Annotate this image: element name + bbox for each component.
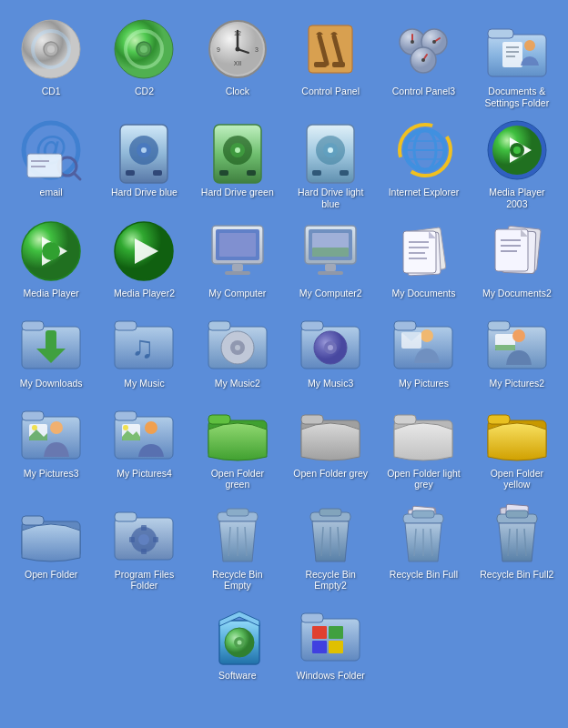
svg-point-12	[235, 47, 239, 52]
recycle-empty2-label: Recycle Bin Empty2	[292, 569, 370, 592]
my-downloads-icon-item[interactable]: My Downloads	[9, 308, 93, 389]
cd1-label: CD1	[42, 86, 61, 97]
my-pictures2-icon-item[interactable]: My Pictures2	[475, 308, 559, 389]
svg-point-29	[411, 40, 414, 44]
my-documents2-icon-item[interactable]: My Documents2	[475, 218, 559, 299]
my-pictures3-label: My Pictures3	[24, 468, 79, 480]
open-folder-green-icon	[205, 399, 270, 464]
recycle-full2-icon	[484, 500, 550, 565]
clock-icon-item[interactable]: XII 12 3 9 Clock	[196, 16, 279, 108]
my-downloads-icon	[18, 308, 84, 374]
recycle-full-icon-item[interactable]: Recycle Bin Full	[381, 500, 465, 592]
documents-folder-label: Documents & Settings Folder	[478, 86, 555, 108]
svg-point-30	[432, 40, 436, 44]
my-pictures2-label: My Pictures2	[489, 378, 544, 389]
svg-rect-149	[394, 415, 416, 424]
hdd-lightblue-icon-item[interactable]: Hard Drive light blue	[289, 117, 372, 209]
svg-rect-140	[115, 411, 137, 420]
media-player2-label: Media Player2	[114, 288, 175, 299]
cd1-icon-item[interactable]: CD1	[9, 16, 93, 108]
windows-folder-label: Windows Folder	[297, 670, 365, 682]
svg-rect-153	[22, 516, 44, 525]
ie-icon-item[interactable]: Internet Explorer	[381, 117, 465, 209]
svg-rect-175	[412, 511, 434, 518]
svg-point-143	[145, 421, 157, 434]
program-files-icon	[111, 500, 177, 565]
hdd-blue-icon	[111, 117, 177, 183]
cd2-label: CD2	[135, 86, 154, 97]
hdd-blue-icon-item[interactable]: Hard Drive blue	[102, 117, 186, 209]
svg-rect-155	[115, 512, 137, 521]
svg-rect-34	[502, 42, 522, 67]
svg-rect-145	[208, 415, 230, 424]
my-music3-icon-item[interactable]: My Music3	[289, 308, 372, 389]
open-folder-grey-icon-item[interactable]: Open Folder grey	[289, 399, 372, 490]
open-folder-green-icon-item[interactable]: Open Folder green	[196, 399, 279, 490]
svg-rect-120	[301, 321, 323, 330]
svg-rect-159	[141, 549, 147, 554]
recycle-full2-icon-item[interactable]: Recycle Bin Full2	[475, 500, 559, 592]
documents-folder-icon-item[interactable]: Documents & Settings Folder	[475, 16, 559, 108]
recycle-empty2-icon-item[interactable]: Recycle Bin Empty2	[289, 500, 372, 592]
hdd-blue-label: Hard Drive blue	[111, 187, 178, 198]
svg-rect-125	[394, 321, 416, 330]
my-documents-icon-item[interactable]: My Documents	[381, 218, 465, 299]
svg-rect-62	[312, 170, 321, 176]
my-computer-icon	[205, 218, 270, 284]
svg-point-77	[42, 242, 60, 260]
software-label: Software	[218, 670, 256, 682]
my-pictures4-icon	[111, 399, 177, 464]
open-folder-icon-item[interactable]: Open Folder	[9, 500, 93, 592]
open-folder-icon	[18, 500, 84, 565]
windows-folder-icon-item[interactable]: Windows Folder	[289, 601, 372, 682]
open-folder-yellow-label: Open Folder yellow	[478, 468, 555, 490]
program-files-icon-item[interactable]: Program Files Folder	[102, 500, 186, 592]
svg-point-189	[237, 640, 241, 644]
media-player-2003-icon	[484, 117, 550, 183]
svg-line-42	[74, 173, 80, 179]
control-panel-icon-item[interactable]: Control Panel	[289, 16, 372, 108]
recycle-empty-label: Recycle Bin Empty	[198, 569, 276, 592]
svg-rect-193	[329, 626, 343, 639]
ie-icon	[390, 117, 456, 183]
hdd-lightblue-icon	[298, 117, 363, 183]
email-icon: @	[18, 117, 84, 183]
my-computer2-icon-item[interactable]: My Computer2	[289, 218, 372, 299]
control-panel3-icon-item[interactable]: Control Panel3	[381, 16, 465, 108]
recycle-empty-icon-item[interactable]: Recycle Bin Empty	[196, 500, 279, 592]
my-documents-icon	[390, 218, 456, 284]
recycle-full-icon	[390, 500, 456, 565]
open-folder-yellow-icon-item[interactable]: Open Folder yellow	[475, 399, 559, 490]
hdd-green-label: Hard Drive green	[201, 187, 274, 198]
svg-rect-190	[301, 619, 360, 661]
my-pictures4-label: My Pictures4	[117, 468, 172, 480]
open-folder-grey-label: Open Folder grey	[293, 468, 368, 480]
svg-point-61	[328, 147, 333, 153]
my-music2-icon-item[interactable]: My Music2	[196, 308, 279, 389]
open-folder-light-grey-icon-item[interactable]: Open Folder light grey	[381, 399, 465, 490]
media-player2-icon-item[interactable]: Media Player2	[102, 218, 186, 299]
svg-rect-161	[153, 537, 158, 542]
svg-point-6	[140, 46, 147, 53]
media-player-icon-item[interactable]: Media Player	[9, 218, 93, 299]
cd2-icon-item[interactable]: CD2	[102, 16, 186, 108]
my-computer-icon-item[interactable]: My Computer	[196, 218, 279, 299]
media-player-2003-icon-item[interactable]: Media Player 2003	[475, 117, 559, 209]
svg-rect-195	[329, 641, 343, 653]
open-folder-label: Open Folder	[25, 569, 77, 581]
svg-rect-191	[301, 613, 323, 622]
svg-rect-33	[488, 29, 513, 38]
svg-text:♫: ♫	[131, 329, 155, 364]
my-pictures3-icon-item[interactable]: My Pictures3	[9, 399, 93, 490]
cd1-icon	[18, 16, 84, 82]
svg-point-2	[47, 46, 55, 53]
my-music3-label: My Music3	[308, 378, 353, 389]
email-icon-item[interactable]: @ email	[9, 117, 93, 209]
software-icon-item[interactable]: Software	[196, 601, 279, 682]
svg-rect-56	[219, 170, 228, 176]
my-music-icon-item[interactable]: ♫ My Music	[102, 308, 186, 389]
hdd-green-icon-item[interactable]: Hard Drive green	[196, 117, 279, 209]
svg-rect-130	[488, 321, 510, 330]
my-pictures-icon-item[interactable]: My Pictures	[381, 308, 465, 389]
my-pictures4-icon-item[interactable]: My Pictures4	[102, 399, 186, 490]
